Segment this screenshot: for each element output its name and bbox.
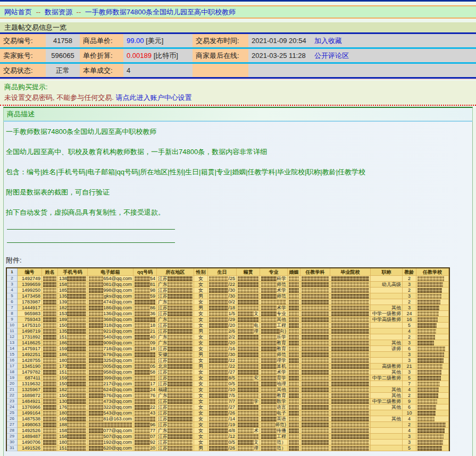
att-rownum: 14: [7, 346, 18, 352]
mosaic-blur: [302, 323, 329, 328]
att-cell-subject: [300, 369, 330, 375]
att-rownum: 7: [7, 305, 18, 311]
att-cell-region: 江苏: [157, 404, 194, 410]
mosaic-blur: [238, 440, 254, 445]
att-cell-region: 江苏: [157, 311, 194, 317]
att-cell-subject: [300, 282, 330, 288]
mosaic-blur: [331, 423, 369, 427]
breadcrumb-category-link[interactable]: 数据资源: [45, 8, 72, 16]
att-cell-gender: 女: [194, 440, 208, 445]
att-cell-qq: 18: [133, 323, 157, 328]
att-cell-gender: 女: [194, 288, 208, 293]
att-cell-college: [330, 282, 371, 288]
mosaic-blur: [302, 434, 329, 439]
att-cell-major: 教育: [260, 346, 288, 352]
breadcrumb-current-title[interactable]: 一手教师数据74800条全国幼儿园至高中职校教师: [85, 8, 236, 16]
mosaic-blur: [331, 399, 369, 404]
att-cell-native: [237, 346, 260, 352]
mosaic-blur: [289, 370, 299, 375]
mosaic-blur: [43, 382, 56, 386]
attachment-row: 181479782151958@qq.com58江苏女/27术学其他3: [7, 369, 449, 375]
mosaic-blur: [168, 317, 193, 322]
att-cell-marital: [288, 445, 300, 451]
att-cell-years: 2: [403, 334, 416, 340]
favorite-link[interactable]: 加入收藏: [314, 37, 342, 45]
att-cell-name: [42, 282, 58, 288]
mosaic-blur: [261, 300, 286, 305]
att-cell-id: 1418625: [18, 340, 42, 346]
att-cell-school: [416, 305, 449, 311]
mosaic-blur: [168, 423, 193, 427]
att-cell-school: [416, 358, 449, 364]
mosaic-blur: [168, 347, 193, 351]
price-label: 商品单价:: [80, 33, 123, 48]
mosaic-blur: [417, 347, 445, 351]
mosaic-blur: [209, 311, 228, 316]
att-cell-years: 4: [403, 428, 416, 434]
att-cell-years: 3: [403, 293, 416, 299]
mosaic-blur: [67, 311, 86, 316]
att-cell-school: [416, 293, 449, 299]
mosaic-blur: [67, 282, 86, 287]
mosaic-blur: [302, 446, 329, 451]
mosaic-blur: [417, 294, 441, 299]
att-cell-years: 2: [403, 422, 416, 428]
att-cell-major: 范）: [260, 440, 288, 445]
mosaic-blur: [168, 276, 193, 281]
favorite-cell: 加入收藏: [311, 33, 476, 48]
mosaic-blur: [417, 306, 439, 310]
breadcrumb-home-link[interactable]: 网站首页: [4, 8, 32, 16]
att-cell-name: [42, 375, 58, 381]
notice-warning: 未设置交易密码, 不能参与任何交易.: [4, 94, 114, 102]
att-cell-email: 325@qq.com: [88, 358, 133, 364]
mosaic-blur: [209, 347, 228, 351]
att-cell-region: 广东: [157, 299, 194, 305]
att-rownum: 30: [7, 440, 18, 445]
att-cell-name: [42, 393, 58, 399]
mosaic-blur: [261, 370, 277, 375]
att-cell-school: [416, 364, 449, 369]
mosaic-blur: [89, 376, 103, 381]
mosaic-blur: [209, 423, 228, 427]
att-cell-region: 江苏: [157, 288, 194, 293]
attachment-row: 141475917159718@qq.com18江苏女/16教育讲师6: [7, 346, 449, 352]
att-cell-birth: /12: [208, 434, 237, 440]
att-cell-title: [371, 410, 403, 416]
mosaic-blur: [135, 352, 155, 357]
att-rownum: 28: [7, 428, 18, 434]
att-cell-region: 广东: [157, 282, 194, 288]
att-cell-marital: [288, 381, 300, 387]
mosaic-blur: [43, 288, 56, 293]
mosaic-blur: [261, 341, 277, 345]
mosaic-blur: [135, 423, 150, 427]
att-cell-id: 1319632: [18, 381, 42, 387]
mosaic-blur: [302, 311, 329, 316]
att-cell-title: 其他: [371, 404, 403, 410]
attachment-row: 26148753816681@163.com江苏女/14英语其他4: [7, 416, 449, 422]
mosaic-blur: [67, 399, 86, 404]
att-cell-birth: 2/2: [208, 334, 237, 340]
att-cell-phone: 151: [58, 334, 88, 340]
comments-link[interactable]: 公开评论区: [314, 52, 349, 60]
att-cell-school: [416, 404, 449, 410]
mosaic-blur: [43, 323, 56, 328]
mosaic-blur: [331, 428, 369, 433]
att-cell-phone: 130: [58, 399, 88, 404]
att-cell-major: 其他: [260, 387, 288, 393]
mosaic-blur: [168, 323, 193, 328]
att-cell-years: 10: [403, 410, 416, 416]
att-cell-major: 教育: [260, 340, 288, 346]
mosaic-blur: [238, 399, 254, 404]
breadcrumb-separator: --: [36, 8, 41, 16]
price-value: 99.00 [美元]: [123, 33, 193, 48]
att-cell-name: [42, 299, 58, 305]
mosaic-blur: [331, 405, 369, 410]
att-cell-name: [42, 434, 58, 440]
account-settings-link[interactable]: 请点此进入账户中心设置: [115, 94, 191, 102]
att-cell-native: [237, 381, 260, 387]
mosaic-blur: [261, 376, 277, 381]
att-cell-title: [371, 293, 403, 299]
att-cell-id: 1484921: [18, 399, 42, 404]
mosaic-blur: [289, 311, 299, 316]
attachment-image[interactable]: 1编号姓名手机号码电子邮箱qq号码所在地区性别生日籍贯专业婚姻任教学科毕业院校职…: [6, 267, 450, 451]
